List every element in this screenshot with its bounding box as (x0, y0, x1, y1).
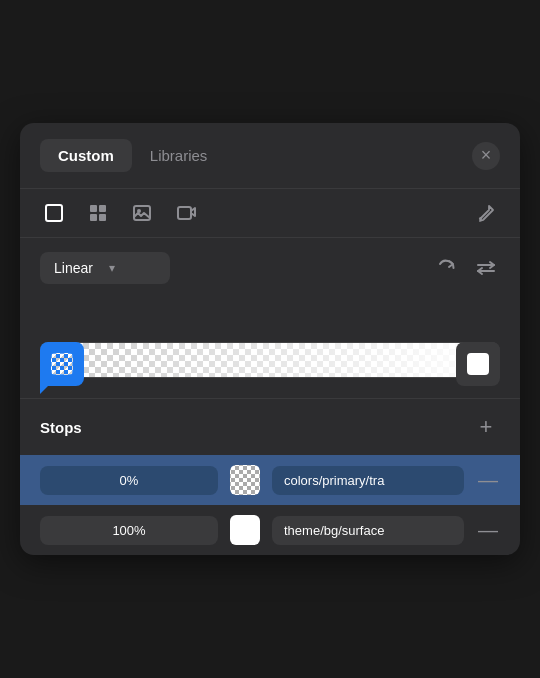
gradient-preview-area (20, 342, 520, 398)
svg-rect-7 (178, 207, 191, 219)
stop-position-0[interactable] (40, 466, 218, 495)
close-button[interactable]: × (472, 142, 500, 170)
gradient-action-buttons (432, 254, 500, 282)
toolbar (20, 188, 520, 238)
gradient-type-dropdown[interactable]: Linear ▾ (40, 252, 170, 284)
image-fill-icon[interactable] (128, 199, 156, 227)
stop-row-1[interactable]: — (20, 505, 520, 555)
stop-swatch-1[interactable] (230, 515, 260, 545)
chevron-down-icon: ▾ (109, 261, 156, 275)
stop-color-name-0[interactable] (272, 466, 464, 495)
svg-rect-1 (90, 205, 97, 212)
gradient-bar-overlay (41, 343, 499, 377)
gradient-stop-right-swatch (467, 353, 489, 375)
gradient-bar[interactable] (40, 342, 500, 378)
stop-swatch-0[interactable] (230, 465, 260, 495)
gradient-reverse-icon[interactable] (432, 254, 460, 282)
gradient-stop-left-handle[interactable] (40, 342, 84, 386)
gradient-stop-right-handle[interactable] (456, 342, 500, 386)
stop-remove-1[interactable]: — (476, 518, 500, 542)
tab-custom[interactable]: Custom (40, 139, 132, 172)
svg-point-8 (479, 217, 482, 220)
gradient-controls: Linear ▾ (20, 238, 520, 298)
gradient-type-label: Linear (54, 260, 101, 276)
gradient-swap-icon[interactable] (472, 254, 500, 282)
stop-row-0[interactable]: — (20, 455, 520, 505)
video-fill-icon[interactable] (172, 199, 200, 227)
stop-remove-0[interactable]: — (476, 468, 500, 492)
svg-rect-4 (99, 214, 106, 221)
svg-rect-3 (90, 214, 97, 221)
stops-title: Stops (40, 419, 82, 436)
stop-position-1[interactable] (40, 516, 218, 545)
tab-libraries[interactable]: Libraries (132, 139, 226, 172)
svg-rect-0 (46, 205, 62, 221)
gradient-grid-icon[interactable] (84, 199, 112, 227)
eyedropper-icon[interactable] (472, 199, 500, 227)
stops-section: Stops + — — (20, 398, 520, 555)
stop-color-name-1[interactable] (272, 516, 464, 545)
gradient-stop-left-swatch (51, 353, 73, 375)
gradient-panel: Custom Libraries × (20, 123, 520, 555)
svg-rect-5 (134, 206, 150, 220)
panel-header: Custom Libraries × (20, 123, 520, 188)
solid-fill-icon[interactable] (40, 199, 68, 227)
stops-header: Stops + (20, 399, 520, 455)
add-stop-button[interactable]: + (472, 413, 500, 441)
svg-rect-2 (99, 205, 106, 212)
